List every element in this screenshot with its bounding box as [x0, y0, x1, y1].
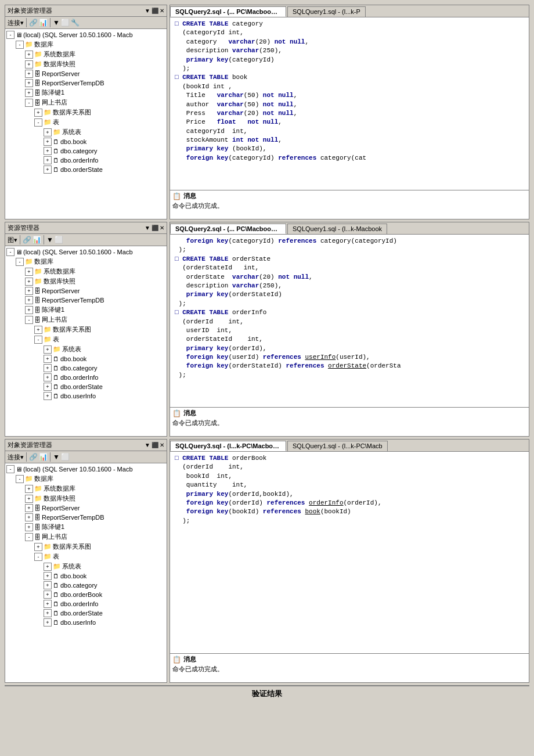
tree-item[interactable]: + 🗄 陈泽键1 [6, 305, 165, 315]
expander[interactable]: + [44, 591, 52, 599]
expander[interactable]: + [44, 373, 52, 381]
expander[interactable]: + [25, 306, 33, 314]
tree-item[interactable]: + 📁 数据库关系图 [6, 325, 165, 334]
tree-item[interactable]: + 🗒 dbo.userInfo [6, 391, 165, 401]
tb3-icon-4[interactable]: ⬜ [61, 453, 70, 461]
pin-icon-4[interactable]: ⬛ [151, 225, 158, 231]
expander[interactable]: + [25, 495, 33, 503]
connect-btn-1[interactable]: 连接▾ [8, 19, 24, 27]
expander[interactable]: - [34, 336, 42, 344]
tree-item[interactable]: + 🗄 ReportServerTempDB [6, 513, 165, 522]
expander[interactable]: + [44, 563, 52, 571]
tree-item[interactable]: + 📁 系统表 [6, 127, 165, 137]
expander[interactable]: + [25, 513, 33, 521]
close-icon-3[interactable]: ✕ [160, 442, 164, 448]
tree-item[interactable]: + 📁 数据库快照 [6, 276, 165, 286]
expander[interactable]: + [44, 581, 52, 589]
tb-icon-1[interactable]: 🔗 [29, 19, 38, 27]
expander[interactable]: - [25, 99, 33, 107]
connect-btn-2[interactable]: 图▾ [8, 236, 17, 244]
expander[interactable]: + [25, 268, 33, 276]
tree-item[interactable]: + 📁 系统表 [6, 344, 165, 354]
expander[interactable]: + [25, 278, 33, 286]
expander[interactable]: - [6, 31, 15, 39]
expander[interactable]: + [34, 543, 42, 551]
tree-item[interactable]: + 🗒 dbo.category [6, 363, 165, 373]
expander[interactable]: + [44, 156, 52, 164]
tb-icon-4[interactable]: ⬜ [61, 19, 70, 27]
tree-item[interactable]: + 📁 数据库关系图 [6, 107, 165, 117]
expander[interactable]: + [44, 128, 52, 136]
expander[interactable]: + [25, 287, 33, 295]
tree-item[interactable]: + 🗒 dbo.orderInfo [6, 599, 165, 609]
tree-3[interactable]: - 🖥 (local) (SQL Server 10.50.1600 - Mac… [5, 463, 167, 682]
tree-item[interactable]: + 🗄 ReportServer [6, 69, 165, 78]
tree-item[interactable]: - 📁 数据库 [6, 474, 165, 484]
close-icon-1[interactable]: ✕ [160, 8, 164, 14]
tree-1[interactable]: - 🖥 (local) (SQL Server 10.50.1600 - Mac… [5, 29, 167, 219]
expander[interactable]: + [25, 79, 33, 87]
expander[interactable]: + [44, 364, 52, 372]
expander[interactable]: + [44, 600, 52, 608]
tree-item[interactable]: + 🗄 ReportServerTempDB [6, 296, 165, 305]
pin-icon-5[interactable]: ▼ [145, 442, 150, 448]
tree-item[interactable]: + 🗄 陈泽键1 [6, 88, 165, 98]
tree-item[interactable]: + 🗒 dbo.book [6, 571, 165, 581]
tree-item[interactable]: + 🗒 dbo.userInfo [6, 618, 165, 627]
tb2-icon-2[interactable]: 📊 [33, 236, 41, 244]
pin-icon-1[interactable]: ▼ [145, 8, 150, 14]
tb3-icon-2[interactable]: 📊 [39, 453, 48, 461]
tree-item[interactable]: + 📁 系统表 [6, 561, 165, 571]
expander[interactable]: - [34, 118, 42, 127]
tree-item[interactable]: - 📁 数据库 [6, 39, 165, 49]
expander[interactable]: + [25, 70, 33, 78]
tree-item[interactable]: - 🖥 (local) (SQL Server 10.50.1600 - Mac… [6, 465, 165, 474]
tree-item[interactable]: + 🗒 dbo.orderInfo [6, 156, 165, 165]
tree-item[interactable]: + 🗄 陈泽键1 [6, 522, 165, 532]
expander[interactable]: + [25, 51, 33, 59]
tree-item[interactable]: + 📁 系统数据库 [6, 267, 165, 276]
expander[interactable]: + [44, 618, 52, 627]
expander[interactable]: + [44, 147, 52, 155]
tab-1[interactable]: SQLQuery1.sql - (l...k-P [287, 6, 366, 17]
pin-icon-6[interactable]: ⬛ [151, 442, 158, 448]
tab-active-2[interactable]: SQLQuery2.sql - (... PC\Macbook (52))* [170, 224, 286, 234]
tree-item[interactable]: + 🗒 dbo.orderState [6, 382, 165, 391]
tree-item[interactable]: - 📁 表 [6, 552, 165, 561]
tb2-icon-4[interactable]: ⬜ [55, 236, 63, 244]
expander[interactable]: - [16, 475, 24, 483]
tree-item[interactable]: + 🗒 dbo.orderBook [6, 590, 165, 599]
expander[interactable]: + [25, 60, 33, 69]
tree-item[interactable]: + 📁 系统数据库 [6, 49, 165, 59]
tree-item[interactable]: - 🖥 (local) (SQL Server 10.50.1600 - Mac… [6, 30, 165, 39]
expander[interactable]: + [44, 345, 52, 354]
tree-item[interactable]: + 🗒 dbo.orderInfo [6, 373, 165, 382]
expander[interactable]: + [34, 326, 42, 334]
tb3-icon-1[interactable]: 🔗 [29, 453, 38, 461]
expander[interactable]: + [25, 296, 33, 304]
tree-item[interactable]: - 📁 表 [6, 117, 165, 127]
tree-item[interactable]: + 🗒 dbo.orderState [6, 165, 165, 174]
tree-item[interactable]: - 📁 数据库 [6, 257, 165, 267]
expander[interactable]: - [34, 553, 42, 561]
expander[interactable]: + [25, 485, 33, 493]
tree-item[interactable]: + 🗒 dbo.category [6, 146, 165, 156]
connect-btn-3[interactable]: 连接▾ [8, 453, 24, 462]
tab-3[interactable]: SQLQuery1.sql - (l...k-PC\Macb [287, 441, 388, 451]
tree-item[interactable]: - 📁 表 [6, 334, 165, 344]
tb-icon-2[interactable]: 📊 [39, 19, 48, 27]
tb2-icon-1[interactable]: 🔗 [23, 236, 31, 244]
tree-item[interactable]: + 📁 数据库快照 [6, 59, 165, 69]
expander[interactable]: + [25, 89, 33, 97]
tree-item[interactable]: + 📁 系统数据库 [6, 484, 165, 494]
tree-item[interactable]: + 🗒 dbo.book [6, 354, 165, 363]
expander[interactable]: + [44, 383, 52, 391]
expander[interactable]: - [6, 465, 15, 473]
tree-item[interactable]: - 🖥 (local) (SQL Server 10.50.1600 - Mac… [6, 247, 165, 257]
tree-item[interactable]: + 🗒 dbo.category [6, 581, 165, 590]
pin-icon-2[interactable]: ⬛ [151, 8, 158, 14]
expander[interactable]: + [44, 572, 52, 580]
expander[interactable]: - [6, 248, 15, 256]
tb2-icon-3[interactable]: ▼ [46, 236, 53, 244]
expander[interactable]: + [44, 165, 52, 174]
